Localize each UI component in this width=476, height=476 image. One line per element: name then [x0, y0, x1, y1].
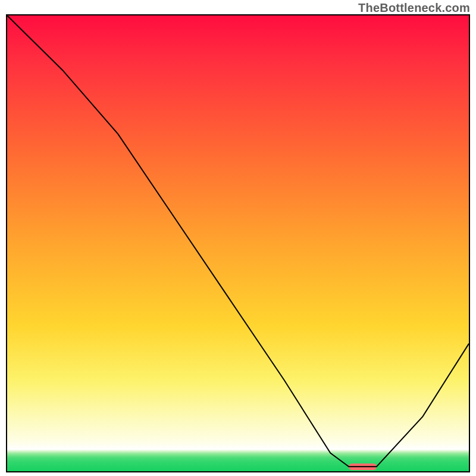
watermark-label: TheBottleneck.com — [358, 1, 470, 15]
severity-gradient — [7, 15, 469, 471]
bottleneck-chart — [6, 14, 470, 472]
sweet-spot-marker — [349, 464, 377, 470]
